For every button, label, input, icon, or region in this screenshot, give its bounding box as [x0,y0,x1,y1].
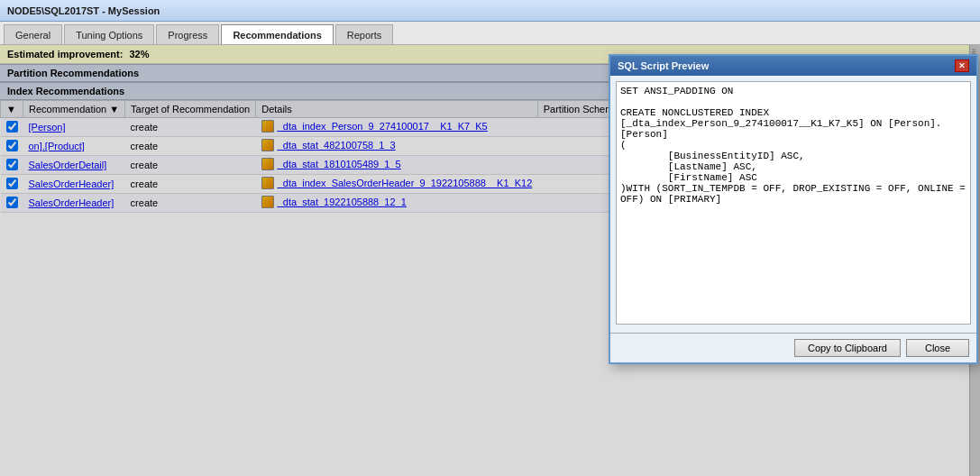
th-target: Target of Recommendation [125,101,256,118]
sql-content-textarea[interactable] [616,81,971,325]
cell-action-4: create [125,175,256,194]
cell-checkbox-5[interactable] [1,194,23,213]
th-recommendation[interactable]: Recommendation ▼ [23,101,125,118]
cell-target-4: _dta_index_SalesOrderHeader_9_1922105888… [256,175,538,194]
main-window: NODE5\SQL2017ST - MySession General Tuni… [0,0,980,476]
cell-action-3: create [125,156,256,175]
table-icon-4 [261,177,274,189]
main-content: Estimated improvement: 32% Partition Rec… [0,45,980,476]
tab-reports[interactable]: Reports [335,24,394,44]
cell-target-1: _dta_index_Person_9_274100017__K1_K7_K5 [256,118,538,137]
cell-rec-5: SalesOrderHeader] [23,194,125,213]
table-icon-3 [261,158,274,170]
tab-recommendations[interactable]: Recommendations [221,24,333,44]
th-select: ▼ [1,101,23,118]
modal-title: SQL Script Preview [618,60,709,71]
table-icon-1 [261,120,274,133]
cell-checkbox-2[interactable] [1,137,23,156]
cell-rec-4: SalesOrderHeader] [23,175,125,194]
modal-body [610,76,976,333]
table-icon-5 [261,196,274,208]
cell-target-5: _dta_stat_1922105888_12_1 [256,194,538,213]
table-icon-2 [261,139,274,151]
title-bar-text: NODE5\SQL2017ST - MySession [7,5,160,16]
cell-rec-1: [Person] [23,118,125,137]
cell-checkbox-3[interactable] [1,156,23,175]
tab-bar: General Tuning Options Progress Recommen… [0,22,980,45]
tab-general[interactable]: General [4,24,62,44]
tab-progress[interactable]: Progress [156,24,219,44]
copy-to-clipboard-button[interactable]: Copy to Clipboard [794,339,901,357]
modal-close-button[interactable]: ✕ [955,60,969,72]
cell-checkbox-1[interactable] [1,118,23,137]
cell-rec-3: SalesOrderDetail] [23,156,125,175]
cell-action-2: create [125,137,256,156]
tab-tuning[interactable]: Tuning Options [64,24,154,44]
sql-preview-modal: SQL Script Preview ✕ Copy to Clipboard C… [609,54,978,364]
modal-title-bar: SQL Script Preview ✕ [610,56,976,76]
close-button[interactable]: Close [906,339,969,357]
cell-rec-2: on].[Product] [23,137,125,156]
modal-footer: Copy to Clipboard Close [610,333,976,362]
th-details: Details [256,101,538,118]
cell-action-5: create [125,194,256,213]
cell-target-2: _dta_stat_482100758_1_3 [256,137,538,156]
cell-target-3: _dta_stat_1810105489_1_5 [256,156,538,175]
cell-checkbox-4[interactable] [1,175,23,194]
title-bar: NODE5\SQL2017ST - MySession [0,0,980,22]
cell-action-1: create [125,118,256,137]
sort-icon-recommendation: ▼ [109,104,119,114]
